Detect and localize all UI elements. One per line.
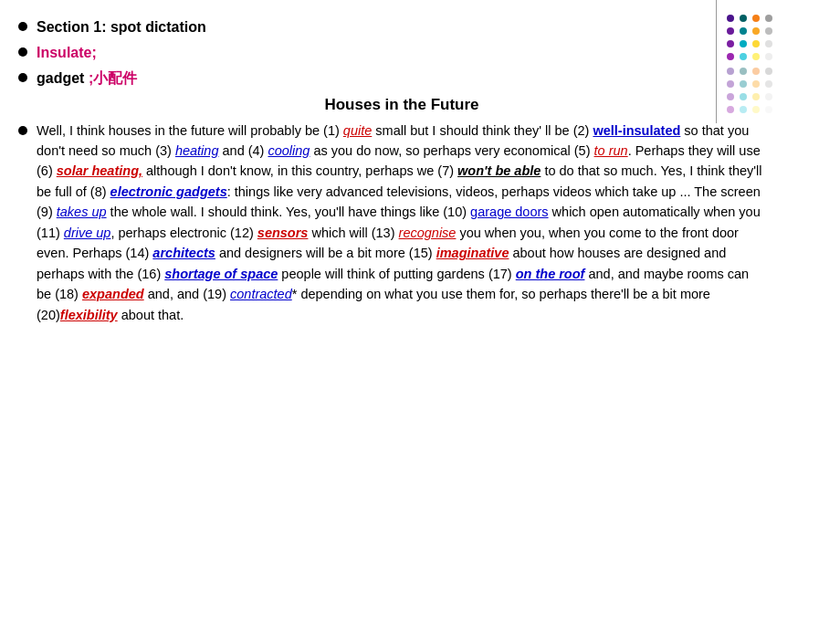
list-item-title: Houses in the Future: [18, 93, 767, 117]
highlight-imaginative: imaginative: [436, 246, 509, 260]
highlight-sensors: sensors: [257, 226, 309, 240]
highlight-solar-heating: solar heating,: [57, 163, 142, 178]
highlight-expanded: expanded: [82, 287, 144, 301]
bullet-dot: [18, 22, 27, 31]
highlight-cooling: cooling: [268, 143, 310, 158]
highlight-wont-be-able: won't be able: [457, 163, 541, 178]
bullet-dot: [18, 126, 27, 135]
highlight-well-insulated: well-insulated: [593, 123, 680, 138]
list-item-body: Well, I think houses in the future will …: [18, 121, 767, 326]
highlight-heating: heating: [175, 143, 219, 158]
highlight-recognise: recognise: [399, 226, 457, 240]
list-item-1: Section 1: spot dictation: [18, 16, 767, 38]
list-item-3: gadget ;小配件: [18, 68, 767, 89]
highlight-on-the-roof: on the roof: [516, 267, 585, 281]
body-text: Well, I think houses in the future will …: [37, 121, 767, 326]
highlight-contracted: contracted: [230, 287, 292, 301]
bullet-dot: [18, 47, 27, 57]
vertical-divider: [716, 0, 717, 123]
highlight-garage-doors: garage doors: [470, 205, 548, 219]
highlight-to-run: to run: [594, 143, 628, 158]
highlight-takes-up: takes up: [57, 205, 107, 219]
highlight-architects: architects: [152, 246, 215, 260]
insulate-label: Insulate;: [37, 42, 97, 64]
highlight-quite: quite: [343, 123, 372, 138]
gadget-word: gadget: [37, 70, 84, 86]
highlight-drive-up: drive up: [64, 226, 111, 240]
gadget-label: gadget ;小配件: [37, 68, 137, 89]
highlight-shortage-of-space: shortage of space: [164, 267, 278, 281]
list-item-2: Insulate;: [18, 42, 767, 64]
decorative-dots: [721, 9, 831, 119]
main-content: Section 1: spot dictation Insulate; gadg…: [0, 0, 785, 338]
houses-title: Houses in the Future: [37, 93, 767, 117]
gadget-chinese: 小配件: [93, 70, 137, 86]
bullet-dot: [18, 73, 27, 82]
bullet-list: Section 1: spot dictation Insulate; gadg…: [18, 16, 767, 325]
highlight-flexibility: flexibility: [60, 308, 118, 322]
section1-label: Section 1: spot dictation: [37, 16, 206, 38]
gadget-separator: ;: [84, 70, 93, 86]
highlight-electronic-gadgets: electronic gadgets: [110, 184, 227, 199]
